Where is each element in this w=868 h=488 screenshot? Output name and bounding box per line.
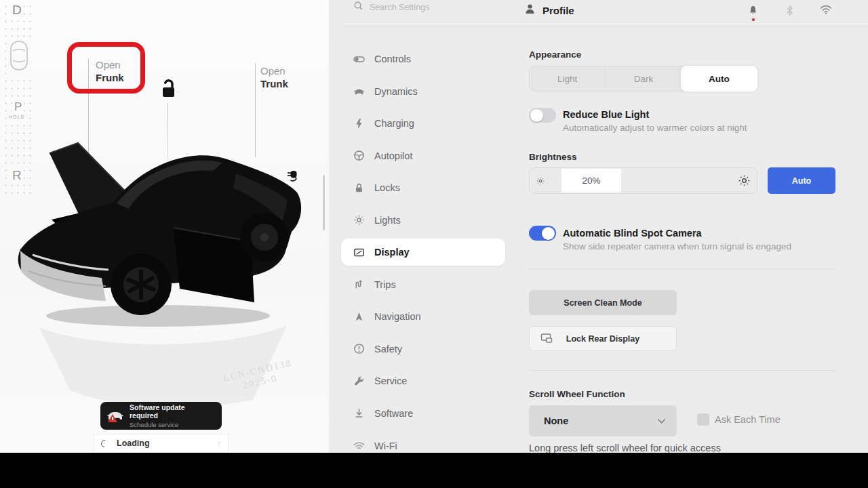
brightness-label: Brightness xyxy=(529,152,577,162)
settings-panel: Profile Controls Dynamics Charging Auto xyxy=(329,0,868,453)
loading-bar[interactable]: Loading ↑ xyxy=(94,434,229,453)
appearance-option-light[interactable]: Light xyxy=(530,66,605,91)
reduce-blue-light-toggle[interactable] xyxy=(529,108,556,123)
car-topview-icon xyxy=(6,39,32,75)
sidebar-item-lights[interactable]: Lights xyxy=(341,207,505,234)
notification-dot xyxy=(752,18,755,21)
scroll-wheel-function-label: Scroll Wheel Function xyxy=(529,389,625,399)
appearance-label: Appearance xyxy=(529,49,581,60)
warning-triangle-icon xyxy=(108,414,117,422)
gear-park[interactable]: P xyxy=(12,100,24,114)
sidebar-item-locks[interactable]: Locks xyxy=(341,174,505,201)
appearance-option-auto[interactable]: Auto xyxy=(681,66,757,92)
blind-spot-camera-toggle[interactable] xyxy=(529,226,556,241)
taskbar: 18 .0 i xyxy=(0,453,868,488)
sidebar-item-safety[interactable]: Safety xyxy=(341,336,505,363)
alert-circle-icon xyxy=(353,343,365,354)
wifi-icon xyxy=(353,441,365,452)
car-icon xyxy=(353,85,365,97)
reduce-blue-light-subtitle: Automatically adjust to warmer colors at… xyxy=(563,123,747,133)
up-arrow-icon: ↑ xyxy=(217,439,222,449)
open-trunk-button[interactable]: Open Trunk xyxy=(260,64,288,90)
unlocked-padlock-icon[interactable] xyxy=(159,79,177,102)
ask-each-time-checkbox[interactable] xyxy=(697,413,709,426)
lock-icon xyxy=(353,182,365,194)
gear-park-hold-label: HOLD xyxy=(7,115,26,119)
topbar-separator xyxy=(341,26,868,26)
sidebar-item-software[interactable]: Software xyxy=(341,400,505,427)
route-icon xyxy=(353,279,365,290)
ask-each-time-label: Ask Each Time xyxy=(715,414,781,425)
blind-spot-camera-subtitle: Show side repeater camera when turn sign… xyxy=(563,241,791,251)
wrench-icon xyxy=(353,375,365,387)
brightness-thumb[interactable]: 20% xyxy=(561,169,621,192)
screen-clean-mode-button[interactable]: Screen Clean Mode xyxy=(529,290,677,315)
brightness-slider[interactable]: 20% xyxy=(529,167,757,194)
nav-arrow-icon xyxy=(353,311,365,323)
bluetooth-icon[interactable] xyxy=(785,5,794,19)
sidebar-item-service[interactable]: Service xyxy=(341,367,505,394)
sidebar-item-autopilot[interactable]: Autopilot xyxy=(341,142,505,169)
gear-drive[interactable]: D xyxy=(10,3,24,18)
appearance-segmented-control: Light Dark Auto xyxy=(529,66,757,92)
person-icon xyxy=(524,3,536,18)
section-divider xyxy=(529,370,835,371)
notifications-bell-icon[interactable] xyxy=(748,5,758,19)
reduce-blue-light-title: Reduce Blue Light xyxy=(563,109,649,120)
steering-wheel-icon xyxy=(353,150,365,161)
scroll-wheel-hint: Long press left scroll wheel for quick a… xyxy=(529,443,721,453)
sidebar-item-trips[interactable]: Trips xyxy=(341,271,505,298)
rear-display-icon xyxy=(540,333,553,347)
display-icon xyxy=(353,247,365,258)
vehicle-panel: D P HOLD R Open Frunk xyxy=(0,0,329,453)
sun-bright-icon xyxy=(738,174,751,190)
sidebar-item-dynamics[interactable]: Dynamics xyxy=(341,78,505,105)
search-icon xyxy=(353,1,363,14)
wifi-icon[interactable] xyxy=(820,5,832,17)
vehicle-panel-scrollbar[interactable] xyxy=(323,175,325,230)
tesla-screen: D P HOLD R Open Frunk xyxy=(0,0,868,488)
brightness-auto-button[interactable]: Auto xyxy=(768,167,835,194)
lock-rear-display-button[interactable]: Lock Rear Display xyxy=(529,326,677,351)
sidebar-item-charging[interactable]: Charging xyxy=(341,110,505,137)
sidebar-item-navigation[interactable]: Navigation xyxy=(341,303,505,330)
sidebar-item-display[interactable]: Display xyxy=(341,239,505,266)
sidebar-item-controls[interactable]: Controls xyxy=(341,45,505,73)
sun-dim-icon xyxy=(536,176,545,188)
sun-icon xyxy=(353,214,365,226)
charge-port-icon[interactable] xyxy=(286,168,300,186)
spinner-icon xyxy=(100,438,110,448)
blind-spot-camera-title: Automatic Blind Spot Camera xyxy=(563,228,702,239)
download-icon xyxy=(353,407,365,419)
profile-button[interactable]: Profile xyxy=(524,3,574,18)
car-alert-icon xyxy=(107,409,123,423)
search-input[interactable] xyxy=(370,3,478,12)
red-annotation-box xyxy=(67,42,145,94)
toggle-icon xyxy=(353,54,365,65)
section-divider xyxy=(529,268,835,269)
scroll-wheel-dropdown[interactable]: None xyxy=(529,405,677,436)
chevron-down-icon xyxy=(657,415,666,427)
lightning-icon xyxy=(353,118,365,129)
appearance-option-dark[interactable]: Dark xyxy=(605,66,681,91)
software-update-toast[interactable]: Software update required Schedule servic… xyxy=(100,402,222,430)
